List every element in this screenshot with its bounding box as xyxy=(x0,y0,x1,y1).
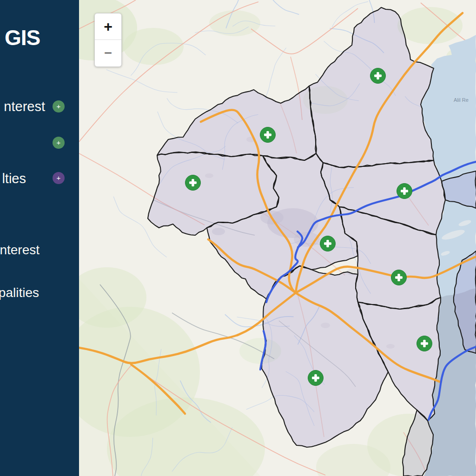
add-layer-button-2[interactable]: + xyxy=(53,137,65,149)
poi-marker[interactable] xyxy=(417,336,432,351)
water-label: Alil Re xyxy=(454,97,469,103)
sidebar: GIS nterest + + lties + nterest palities xyxy=(0,0,79,476)
poi-marker[interactable] xyxy=(185,175,201,191)
layer-label-municipalities: lties xyxy=(2,171,26,186)
poi-marker[interactable] xyxy=(308,370,324,386)
poi-marker[interactable] xyxy=(397,184,412,199)
app-title: GIS xyxy=(5,25,40,50)
poi-marker[interactable] xyxy=(320,236,336,251)
nav-link-points-of-interest[interactable]: nterest xyxy=(0,243,40,258)
poi-marker[interactable] xyxy=(260,127,276,143)
webgis-app: Alil Re + − GIS nterest + + lties + nter… xyxy=(0,0,476,476)
poi-marker[interactable] xyxy=(391,270,407,285)
zoom-in-button[interactable]: + xyxy=(95,13,121,40)
add-layer-button-1[interactable]: + xyxy=(53,100,65,112)
map-zoom-control: + − xyxy=(94,13,122,67)
zoom-out-button[interactable]: − xyxy=(95,40,121,66)
layer-label-points-of-interest: nterest xyxy=(4,99,45,114)
poi-marker[interactable] xyxy=(370,68,386,84)
add-layer-button-3[interactable]: + xyxy=(53,172,65,184)
nav-link-municipalities[interactable]: palities xyxy=(0,285,39,300)
